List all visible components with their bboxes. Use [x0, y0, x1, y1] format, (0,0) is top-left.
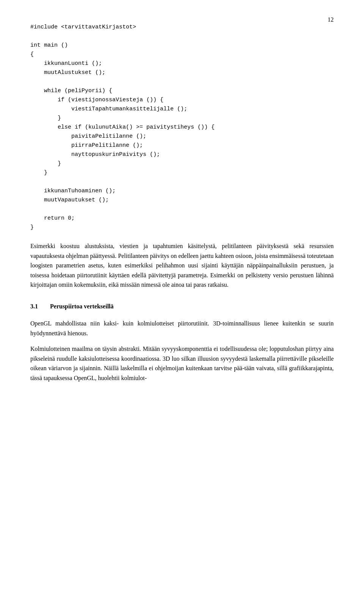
- section-title: Peruspiirtoa vertekseillä: [50, 302, 114, 311]
- section-heading: 3.1 Peruspiirtoa vertekseillä: [30, 302, 334, 311]
- code-block: #include <tarvittavatKirjastot> int main…: [30, 23, 334, 232]
- page-number: 12: [328, 15, 334, 24]
- section-number: 3.1: [30, 302, 38, 311]
- paragraph-3: Kolmiulotteinen maailma on täysin abstra…: [30, 344, 334, 383]
- paragraph-2: OpenGL mahdollistaa niin kaksi- kuin kol…: [30, 319, 334, 338]
- paragraph-1: Esimerkki koostuu alustuksista, viestien…: [30, 241, 334, 290]
- page: 12 #include <tarvittavatKirjastot> int m…: [0, 0, 364, 616]
